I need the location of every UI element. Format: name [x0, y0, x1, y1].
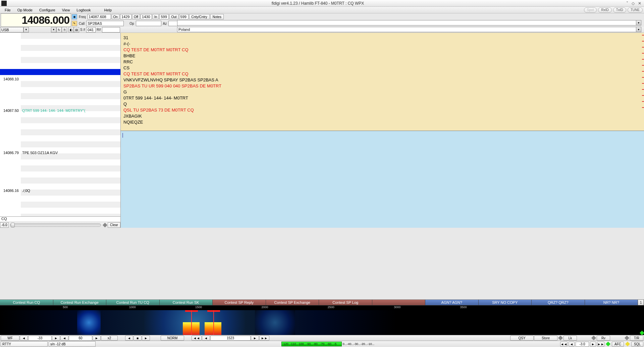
prev2-button[interactable]: ◄: [60, 336, 68, 341]
mode-dropdown-icon[interactable]: ▼: [23, 27, 29, 32]
lookup-icon[interactable]: ✎: [72, 21, 77, 26]
rewind-button[interactable]: ◄◄: [192, 336, 202, 341]
spot-freq[interactable]: 14086.79: [3, 151, 19, 155]
spot-freq[interactable]: 14087.50: [3, 109, 19, 113]
stop-button[interactable]: ■: [133, 336, 142, 341]
step-prev-button[interactable]: ◄: [202, 336, 210, 341]
macro-button[interactable]: QRZ? QRZ?: [532, 300, 585, 305]
cnty-button[interactable]: Cnty/Cntry: [189, 14, 210, 19]
menu-view[interactable]: View: [59, 7, 73, 13]
clear-button[interactable]: Clear: [108, 222, 120, 228]
on-field[interactable]: [120, 14, 131, 19]
out-field[interactable]: [179, 14, 189, 19]
menu-help[interactable]: Help: [101, 7, 115, 13]
notes-button[interactable]: Notes: [210, 14, 224, 19]
macro-button[interactable]: Contest SP Reply: [213, 300, 266, 305]
aux-dropdown-icon[interactable]: ▼: [51, 27, 56, 32]
prev-button[interactable]: ◄: [20, 336, 28, 341]
macro-button[interactable]: Contest Run TU CQ: [106, 300, 160, 305]
sn-status: s/n -12 dB: [49, 341, 96, 347]
qrz-icon[interactable]: ◉: [72, 14, 77, 19]
macro-button[interactable]: Contest Run SK: [160, 300, 213, 305]
spot-button[interactable]: Spot: [584, 7, 597, 13]
wf-level[interactable]: -33: [28, 336, 52, 341]
rxid-button[interactable]: RxID: [598, 7, 611, 13]
notes-input[interactable]: ▼: [177, 20, 641, 25]
sq-ffwd-button[interactable]: ►►: [597, 342, 604, 347]
menu-opmode[interactable]: Op Mode: [14, 7, 36, 13]
lk-indicator-icon: [558, 336, 563, 340]
macro-button[interactable]: NR? NR?: [585, 300, 638, 305]
status-bar: RTTY s/n -12 dB -120..-110..-100...-90..…: [0, 341, 644, 347]
norm-button[interactable]: NORM: [161, 336, 184, 341]
snum-field[interactable]: [86, 27, 96, 32]
afc-button[interactable]: AFC: [612, 342, 624, 347]
rv-button[interactable]: Rv: [597, 336, 610, 341]
rnum-field[interactable]: [102, 27, 120, 32]
x2-button[interactable]: x2: [101, 336, 118, 341]
macro-button[interactable]: AGN? AGN?: [425, 300, 479, 305]
cursor-freq[interactable]: 1523: [210, 336, 251, 341]
macro-button[interactable]: Contest SP Log: [319, 300, 372, 305]
ffwd-button[interactable]: ►►: [259, 336, 269, 341]
mode-select[interactable]: USB: [0, 27, 23, 32]
macro-button[interactable]: Contest Run Exchange: [53, 300, 107, 305]
menu-file[interactable]: File: [1, 7, 14, 13]
tx-pane[interactable]: |: [121, 131, 644, 228]
sq-prev-button[interactable]: ◄: [569, 342, 575, 347]
frequency-display[interactable]: 14086.000: [1, 13, 71, 27]
freq-field[interactable]: [88, 14, 111, 19]
spot-text[interactable]: TPE 503 OZ11A KGV: [22, 151, 58, 155]
sq-next-button[interactable]: ►: [590, 342, 596, 347]
dropdown-icon[interactable]: ▼: [636, 20, 641, 25]
tr-button[interactable]: T/R: [630, 336, 643, 341]
tune-button[interactable]: TUNE: [628, 7, 643, 13]
sql-button[interactable]: SQL: [631, 342, 643, 347]
op-label: Op: [128, 22, 135, 25]
wf-button[interactable]: WF: [1, 336, 19, 341]
waterfall[interactable]: [0, 310, 644, 335]
step-next-button[interactable]: ►: [251, 336, 259, 341]
call-field[interactable]: [86, 21, 124, 26]
lk-button[interactable]: Lk: [564, 336, 577, 341]
mode-status: RTTY: [1, 341, 48, 347]
menu-logbook[interactable]: Logbook: [73, 7, 94, 13]
macro-button[interactable]: Contest Run CQ: [0, 300, 53, 305]
next2-button[interactable]: ►: [93, 336, 101, 341]
spot-freq[interactable]: 14086.16: [3, 189, 19, 193]
tool-icon-1[interactable]: ↻: [56, 27, 62, 32]
next-button[interactable]: ►: [52, 336, 60, 341]
off-field[interactable]: [141, 14, 152, 19]
in-field[interactable]: [159, 14, 169, 19]
tool-icon-3[interactable]: ◧: [68, 27, 74, 32]
country-dropdown-icon[interactable]: ▼: [636, 27, 641, 32]
tool-icon-2[interactable]: ⎘: [62, 27, 67, 32]
wfprev-button[interactable]: ◄: [125, 336, 133, 341]
macro-page[interactable]: 1: [638, 300, 644, 305]
close-icon[interactable]: ✕: [638, 1, 641, 6]
az-field[interactable]: [168, 21, 178, 26]
wfnext-button[interactable]: ►: [142, 336, 150, 341]
rx-pane[interactable]: 31#-(-CQ TEST DE M0TRT M0TRT CQBHBERRCCS…: [121, 33, 644, 131]
store-button[interactable]: Store: [534, 336, 557, 341]
macro-button[interactable]: [372, 300, 426, 305]
minimize-icon[interactable]: ˅: [626, 1, 628, 6]
wf-range[interactable]: 60: [69, 336, 92, 341]
rx-line: JXBAGIK: [123, 113, 641, 119]
tool-icon-4[interactable]: ▤: [74, 27, 79, 32]
maximize-icon[interactable]: ◇: [632, 1, 635, 6]
macro-button[interactable]: SRY NO COPY: [479, 300, 532, 305]
country-value: Poland: [178, 27, 190, 31]
spot-text[interactable]: ./;0Q: [22, 189, 30, 193]
op-field[interactable]: [136, 21, 161, 26]
txid-button[interactable]: TxID: [613, 7, 626, 13]
macro-button[interactable]: Contest SP Exchange: [266, 300, 319, 305]
spot-freq[interactable]: 14088.10: [3, 77, 19, 81]
spot-text[interactable]: QTRT 599 144- 144- 144- M0TRTRY"(: [22, 109, 85, 113]
menu-configure[interactable]: Configure: [36, 7, 59, 13]
az-label: Az: [162, 22, 168, 25]
sq-rewind-button[interactable]: ◄◄: [560, 342, 568, 347]
squelch-slider[interactable]: [10, 223, 101, 227]
qsy-button[interactable]: QSY: [510, 336, 534, 341]
country-field[interactable]: Poland▼: [177, 27, 641, 32]
